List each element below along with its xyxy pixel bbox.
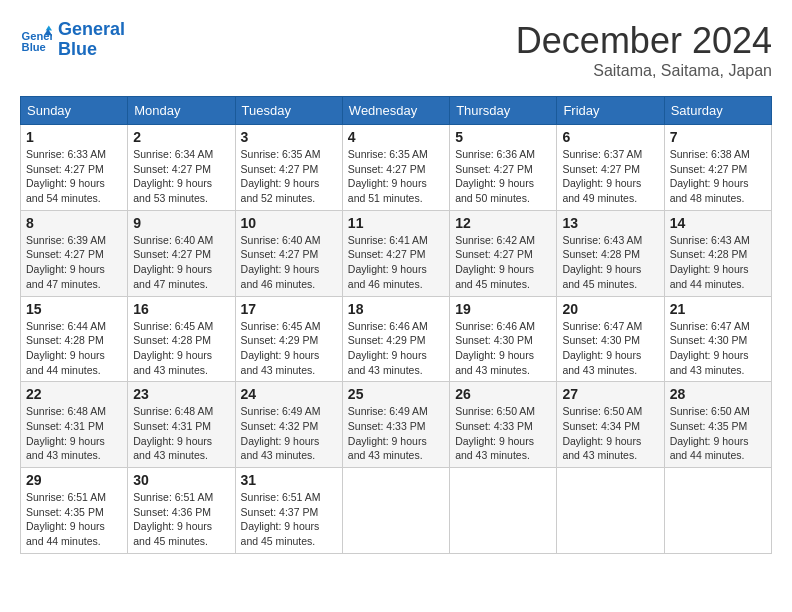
day-detail: Sunrise: 6:35 AMSunset: 4:27 PMDaylight:…	[241, 147, 337, 206]
day-detail: Sunrise: 6:49 AMSunset: 4:32 PMDaylight:…	[241, 404, 337, 463]
logo: General Blue General Blue	[20, 20, 125, 60]
day-detail: Sunrise: 6:50 AMSunset: 4:34 PMDaylight:…	[562, 404, 658, 463]
day-detail: Sunrise: 6:36 AMSunset: 4:27 PMDaylight:…	[455, 147, 551, 206]
day-number: 11	[348, 215, 444, 231]
calendar-week-row: 15Sunrise: 6:44 AMSunset: 4:28 PMDayligh…	[21, 296, 772, 382]
day-detail: Sunrise: 6:51 AMSunset: 4:37 PMDaylight:…	[241, 490, 337, 549]
calendar-day-header: Wednesday	[342, 97, 449, 125]
day-detail: Sunrise: 6:40 AMSunset: 4:27 PMDaylight:…	[241, 233, 337, 292]
day-detail: Sunrise: 6:42 AMSunset: 4:27 PMDaylight:…	[455, 233, 551, 292]
day-detail: Sunrise: 6:51 AMSunset: 4:35 PMDaylight:…	[26, 490, 122, 549]
day-number: 8	[26, 215, 122, 231]
calendar-cell: 28Sunrise: 6:50 AMSunset: 4:35 PMDayligh…	[664, 382, 771, 468]
calendar-cell: 20Sunrise: 6:47 AMSunset: 4:30 PMDayligh…	[557, 296, 664, 382]
day-number: 2	[133, 129, 229, 145]
svg-text:Blue: Blue	[22, 41, 46, 53]
calendar-cell: 13Sunrise: 6:43 AMSunset: 4:28 PMDayligh…	[557, 210, 664, 296]
calendar-cell	[557, 468, 664, 554]
calendar-day-header: Thursday	[450, 97, 557, 125]
calendar-cell: 14Sunrise: 6:43 AMSunset: 4:28 PMDayligh…	[664, 210, 771, 296]
day-number: 26	[455, 386, 551, 402]
calendar-cell: 4Sunrise: 6:35 AMSunset: 4:27 PMDaylight…	[342, 125, 449, 211]
day-number: 25	[348, 386, 444, 402]
calendar-week-row: 29Sunrise: 6:51 AMSunset: 4:35 PMDayligh…	[21, 468, 772, 554]
day-detail: Sunrise: 6:37 AMSunset: 4:27 PMDaylight:…	[562, 147, 658, 206]
calendar-cell	[664, 468, 771, 554]
calendar-header-row: SundayMondayTuesdayWednesdayThursdayFrid…	[21, 97, 772, 125]
calendar-cell: 17Sunrise: 6:45 AMSunset: 4:29 PMDayligh…	[235, 296, 342, 382]
day-number: 6	[562, 129, 658, 145]
page-header: General Blue General Blue December 2024 …	[20, 20, 772, 80]
day-detail: Sunrise: 6:39 AMSunset: 4:27 PMDaylight:…	[26, 233, 122, 292]
day-number: 23	[133, 386, 229, 402]
calendar-cell: 6Sunrise: 6:37 AMSunset: 4:27 PMDaylight…	[557, 125, 664, 211]
day-detail: Sunrise: 6:35 AMSunset: 4:27 PMDaylight:…	[348, 147, 444, 206]
calendar-day-header: Tuesday	[235, 97, 342, 125]
calendar-cell	[450, 468, 557, 554]
calendar-table: SundayMondayTuesdayWednesdayThursdayFrid…	[20, 96, 772, 554]
calendar-cell: 26Sunrise: 6:50 AMSunset: 4:33 PMDayligh…	[450, 382, 557, 468]
day-number: 31	[241, 472, 337, 488]
day-detail: Sunrise: 6:45 AMSunset: 4:28 PMDaylight:…	[133, 319, 229, 378]
calendar-week-row: 22Sunrise: 6:48 AMSunset: 4:31 PMDayligh…	[21, 382, 772, 468]
day-number: 29	[26, 472, 122, 488]
calendar-cell: 18Sunrise: 6:46 AMSunset: 4:29 PMDayligh…	[342, 296, 449, 382]
calendar-cell: 3Sunrise: 6:35 AMSunset: 4:27 PMDaylight…	[235, 125, 342, 211]
day-number: 18	[348, 301, 444, 317]
logo-icon: General Blue	[20, 24, 52, 56]
svg-marker-2	[46, 25, 52, 30]
day-number: 13	[562, 215, 658, 231]
calendar-day-header: Monday	[128, 97, 235, 125]
day-number: 16	[133, 301, 229, 317]
calendar-week-row: 8Sunrise: 6:39 AMSunset: 4:27 PMDaylight…	[21, 210, 772, 296]
day-number: 15	[26, 301, 122, 317]
calendar-cell: 27Sunrise: 6:50 AMSunset: 4:34 PMDayligh…	[557, 382, 664, 468]
day-detail: Sunrise: 6:46 AMSunset: 4:29 PMDaylight:…	[348, 319, 444, 378]
calendar-cell: 8Sunrise: 6:39 AMSunset: 4:27 PMDaylight…	[21, 210, 128, 296]
day-number: 12	[455, 215, 551, 231]
calendar-cell: 23Sunrise: 6:48 AMSunset: 4:31 PMDayligh…	[128, 382, 235, 468]
day-number: 28	[670, 386, 766, 402]
calendar-cell: 22Sunrise: 6:48 AMSunset: 4:31 PMDayligh…	[21, 382, 128, 468]
calendar-day-header: Friday	[557, 97, 664, 125]
day-detail: Sunrise: 6:50 AMSunset: 4:35 PMDaylight:…	[670, 404, 766, 463]
day-number: 7	[670, 129, 766, 145]
calendar-cell: 29Sunrise: 6:51 AMSunset: 4:35 PMDayligh…	[21, 468, 128, 554]
calendar-day-header: Saturday	[664, 97, 771, 125]
day-detail: Sunrise: 6:48 AMSunset: 4:31 PMDaylight:…	[26, 404, 122, 463]
day-detail: Sunrise: 6:44 AMSunset: 4:28 PMDaylight:…	[26, 319, 122, 378]
day-detail: Sunrise: 6:45 AMSunset: 4:29 PMDaylight:…	[241, 319, 337, 378]
day-number: 19	[455, 301, 551, 317]
day-number: 24	[241, 386, 337, 402]
day-number: 10	[241, 215, 337, 231]
day-detail: Sunrise: 6:51 AMSunset: 4:36 PMDaylight:…	[133, 490, 229, 549]
logo-text: General Blue	[58, 20, 125, 60]
calendar-cell: 1Sunrise: 6:33 AMSunset: 4:27 PMDaylight…	[21, 125, 128, 211]
day-detail: Sunrise: 6:48 AMSunset: 4:31 PMDaylight:…	[133, 404, 229, 463]
calendar-cell: 9Sunrise: 6:40 AMSunset: 4:27 PMDaylight…	[128, 210, 235, 296]
calendar-week-row: 1Sunrise: 6:33 AMSunset: 4:27 PMDaylight…	[21, 125, 772, 211]
calendar-cell: 16Sunrise: 6:45 AMSunset: 4:28 PMDayligh…	[128, 296, 235, 382]
day-number: 5	[455, 129, 551, 145]
calendar-cell: 24Sunrise: 6:49 AMSunset: 4:32 PMDayligh…	[235, 382, 342, 468]
calendar-day-header: Sunday	[21, 97, 128, 125]
day-number: 4	[348, 129, 444, 145]
calendar-cell	[342, 468, 449, 554]
day-detail: Sunrise: 6:34 AMSunset: 4:27 PMDaylight:…	[133, 147, 229, 206]
day-detail: Sunrise: 6:41 AMSunset: 4:27 PMDaylight:…	[348, 233, 444, 292]
day-number: 9	[133, 215, 229, 231]
day-number: 27	[562, 386, 658, 402]
day-number: 17	[241, 301, 337, 317]
title-block: December 2024 Saitama, Saitama, Japan	[516, 20, 772, 80]
calendar-cell: 2Sunrise: 6:34 AMSunset: 4:27 PMDaylight…	[128, 125, 235, 211]
day-number: 14	[670, 215, 766, 231]
day-number: 1	[26, 129, 122, 145]
day-number: 21	[670, 301, 766, 317]
day-detail: Sunrise: 6:46 AMSunset: 4:30 PMDaylight:…	[455, 319, 551, 378]
calendar-cell: 12Sunrise: 6:42 AMSunset: 4:27 PMDayligh…	[450, 210, 557, 296]
day-detail: Sunrise: 6:43 AMSunset: 4:28 PMDaylight:…	[670, 233, 766, 292]
day-detail: Sunrise: 6:40 AMSunset: 4:27 PMDaylight:…	[133, 233, 229, 292]
day-number: 3	[241, 129, 337, 145]
calendar-cell: 31Sunrise: 6:51 AMSunset: 4:37 PMDayligh…	[235, 468, 342, 554]
day-detail: Sunrise: 6:47 AMSunset: 4:30 PMDaylight:…	[562, 319, 658, 378]
